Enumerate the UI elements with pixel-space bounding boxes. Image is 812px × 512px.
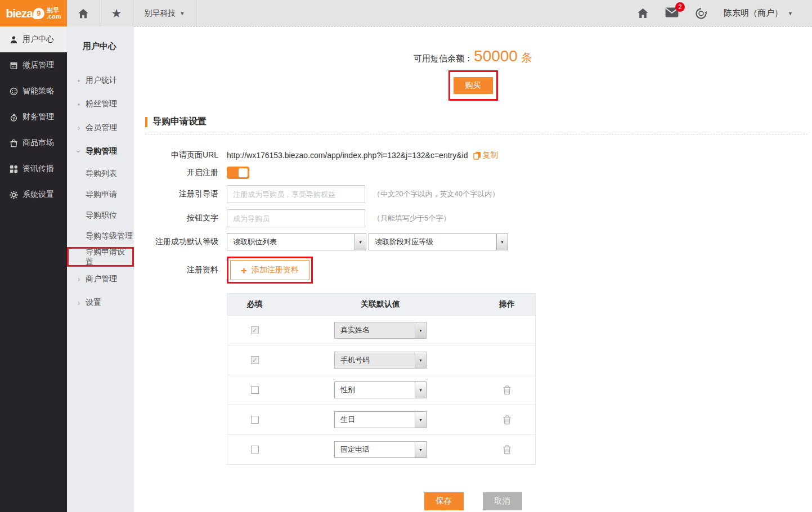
subnav-item-fans[interactable]: ● 粉丝管理 [67, 92, 134, 116]
guide-text-hint: （中文20个字以内，英文40个字以内） [373, 189, 499, 199]
subnav-title: 用户中心 [67, 26, 134, 52]
gear-icon [10, 191, 18, 199]
col-header-required: 必填 [227, 299, 282, 309]
sidebar-item-system-settings[interactable]: 系统设置 [0, 182, 67, 208]
table-header-row: 必填 关联默认值 操作 [227, 294, 535, 315]
sms-balance-unit: 条 [521, 50, 532, 65]
trash-icon [503, 415, 512, 425]
field-select-value: 生日 [335, 415, 415, 425]
add-register-info-label: 添加注册资料 [252, 265, 299, 275]
form-row-register-info: 注册资料 + 添加注册资料 [134, 257, 812, 284]
sms-balance-label: 可用短信余额： [414, 53, 473, 64]
user-menu[interactable]: 陈东明（商户） ▼ [724, 8, 793, 19]
messages-button[interactable]: 2 [665, 7, 679, 20]
smiley-icon [10, 87, 18, 96]
dropdown-arrow-icon: ▼ [355, 234, 366, 250]
register-toggle[interactable] [227, 167, 249, 179]
subnav-item-label: 导购职位 [86, 210, 117, 221]
form-row-guide-text: 注册引导语 （中文20个字以内，英文40个字以内） [134, 185, 812, 203]
sidebar-item-user-center[interactable]: 用户中心 [0, 26, 67, 52]
form-row-register-toggle: 开启注册 [134, 167, 812, 179]
sidebar-item-news[interactable]: 资讯传播 [0, 156, 67, 182]
page-title: 导购申请设置 [152, 116, 207, 128]
globe-icon[interactable] [695, 7, 707, 20]
trash-icon [503, 385, 512, 395]
required-checkbox[interactable] [251, 416, 259, 424]
store-icon [10, 61, 18, 70]
subnav-item-guide-apply-settings[interactable]: 导购申请设置 [69, 249, 132, 265]
subnav-item-user-stats[interactable]: ● 用户统计 [67, 69, 134, 92]
sidebar-item-micro-store[interactable]: 微店管理 [0, 52, 67, 78]
add-register-info-button[interactable]: + 添加注册资料 [230, 260, 309, 280]
subnav-item-members[interactable]: › 会员管理 [67, 116, 134, 140]
delete-row-button[interactable] [503, 415, 512, 425]
subnav-item-label: 用户统计 [86, 75, 117, 86]
dropdown-arrow-icon: ▼ [415, 352, 426, 368]
field-select-value: 性别 [335, 385, 415, 395]
position-select-value: 读取职位列表 [227, 237, 355, 247]
company-dropdown[interactable]: 别早科技 ▼ [133, 0, 196, 26]
subnav-item-label: 导购等级管理 [86, 231, 133, 241]
copy-url-button[interactable]: 复制 [473, 150, 498, 160]
logo-text: bieza [6, 7, 33, 20]
main-content: 可用短信余额： 50000 条 购买 导购申请设置 申请页面URL http:/… [134, 26, 812, 512]
sidebar-item-goods-market[interactable]: 商品市场 [0, 130, 67, 156]
field-select[interactable]: 生日 ▼ [334, 411, 427, 428]
check-icon: ✓ [252, 327, 257, 334]
level-select[interactable]: 读取阶段对应等级 ▼ [369, 233, 508, 250]
highlight-box: + 添加注册资料 [227, 257, 313, 284]
dropdown-arrow-icon: ▼ [415, 322, 426, 338]
table-row: ✓ 手机号码 ▼ [227, 345, 535, 375]
subnav-item-guide-apply[interactable]: 导购申请 [67, 184, 134, 205]
sidebar-item-label: 智能策略 [23, 86, 54, 96]
footer-actions: 保存 取消 [134, 492, 812, 510]
toggle-knob [239, 168, 248, 177]
required-checkbox[interactable] [251, 386, 259, 394]
chevron-right-icon: › [75, 124, 82, 132]
subnav-item-settings[interactable]: › 设置 [67, 291, 134, 315]
field-select[interactable]: 固定电话 ▼ [334, 441, 427, 458]
subnav-item-guide-list[interactable]: 导购列表 [67, 163, 134, 184]
subnav-item-guide-position[interactable]: 导购职位 [67, 205, 134, 226]
default-level-label: 注册成功默认等级 [134, 237, 218, 247]
delete-row-button[interactable] [503, 444, 512, 455]
subnav-item-merchant-management[interactable]: › 商户管理 [67, 267, 134, 291]
home-icon[interactable] [637, 7, 649, 19]
user-icon [10, 35, 18, 44]
subnav-item-guide-management[interactable]: › 导购管理 [67, 140, 134, 163]
subnav-item-guide-level[interactable]: 导购等级管理 [67, 226, 134, 246]
field-select[interactable]: 性别 ▼ [334, 381, 427, 398]
position-select[interactable]: 读取职位列表 ▼ [227, 233, 366, 250]
form-row-default-level: 注册成功默认等级 读取职位列表 ▼ 读取阶段对应等级 ▼ [134, 233, 812, 250]
sidebar-item-label: 资讯传播 [23, 164, 54, 174]
table-row: ✓ 真实姓名 ▼ [227, 315, 535, 345]
cancel-button[interactable]: 取消 [483, 492, 522, 510]
sidebar-item-finance[interactable]: 财务管理 [0, 104, 67, 130]
buy-button[interactable]: 购买 [454, 77, 493, 94]
button-text-input[interactable] [227, 209, 365, 227]
settings-form: 申请页面URL http://wx176153.biezao.com/app/i… [134, 150, 812, 284]
required-checkbox[interactable] [251, 446, 259, 453]
favorites-button[interactable]: ★ [100, 0, 133, 26]
guide-text-input[interactable] [227, 185, 365, 203]
field-select: 手机号码 ▼ [334, 352, 427, 369]
chevron-down-icon: ▼ [180, 11, 185, 16]
save-button[interactable]: 保存 [424, 492, 464, 510]
section-accent-bar [145, 117, 147, 127]
sidebar-item-label: 系统设置 [23, 190, 54, 200]
table-row: 生日 ▼ [227, 405, 535, 434]
table-row: 性别 ▼ [227, 375, 535, 405]
button-text-hint: （只能填写少于5个字） [373, 213, 450, 223]
button-text-label: 按钮文字 [134, 213, 218, 223]
home-shortcut-button[interactable] [67, 0, 100, 26]
topbar-right: 2 陈东明（商户） ▼ [637, 0, 812, 26]
subnav-item-label: 粉丝管理 [86, 99, 117, 109]
sidebar-item-smart-strategy[interactable]: 智能策略 [0, 78, 67, 104]
brand-logo[interactable]: bieza 9 别早 .com [0, 0, 67, 26]
apply-page-url: http://wx176153.biezao.com/app/index.php… [227, 151, 468, 160]
trash-icon [503, 444, 512, 455]
copy-icon [473, 151, 481, 160]
subnav-item-label: 会员管理 [86, 123, 117, 133]
bullet-icon: ● [75, 78, 82, 83]
delete-row-button[interactable] [503, 385, 512, 395]
